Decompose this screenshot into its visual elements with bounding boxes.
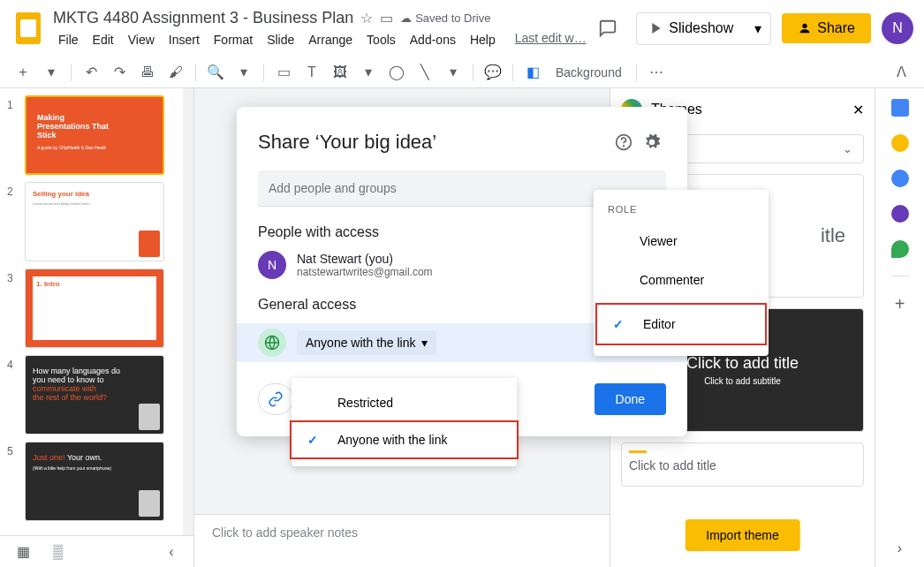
dialog-title: Share ‘Your big idea’	[258, 131, 610, 154]
svg-marker-0	[653, 23, 661, 34]
globe-icon	[258, 329, 286, 357]
slide-number: 1	[7, 95, 25, 175]
saved-to-drive[interactable]: ☁ Saved to Drive	[400, 11, 490, 25]
background-button[interactable]: Background	[549, 60, 629, 85]
hide-rail-icon[interactable]: ›	[897, 541, 902, 556]
slide-number: 3	[7, 268, 25, 348]
menu-insert[interactable]: Insert	[163, 31, 205, 49]
slide-filmstrip: 1 Making Presentations That Stick A guid…	[0, 88, 194, 567]
role-option-viewer[interactable]: Viewer	[594, 222, 769, 261]
role-menu: ROLE Viewer Commenter Editor	[594, 190, 769, 356]
maps-icon[interactable]	[891, 240, 909, 258]
undo-button[interactable]: ↶	[79, 60, 103, 85]
line-dropdown[interactable]: ▾	[441, 60, 466, 85]
person-avatar: N	[258, 251, 286, 279]
menu-format[interactable]: Format	[208, 31, 258, 49]
transition-tool[interactable]: ◧	[520, 60, 545, 85]
tasks-icon[interactable]	[891, 170, 909, 187]
contacts-icon[interactable]	[891, 205, 909, 223]
chevron-down-icon: ⌄	[843, 142, 852, 155]
select-tool[interactable]: ▭	[271, 60, 296, 85]
shape-tool[interactable]: ◯	[384, 60, 409, 85]
menu-file[interactable]: File	[53, 31, 84, 49]
last-edit-link[interactable]: Last edit w…	[515, 31, 587, 49]
speaker-notes[interactable]: Click to add speaker notes	[194, 514, 610, 567]
keep-icon[interactable]	[891, 134, 909, 152]
slideshow-dropdown[interactable]: ▾	[746, 12, 771, 45]
slideshow-button[interactable]: Slideshow	[636, 12, 746, 45]
menu-bar: File Edit View Insert Format Slide Arran…	[53, 31, 590, 49]
filmstrip-view-icon[interactable]: ▦	[11, 540, 35, 564]
slide-thumbnail-5[interactable]: Just one! Your own. (With a little help …	[25, 442, 164, 521]
image-tool[interactable]: 🖼	[328, 60, 352, 85]
slide-thumbnail-3[interactable]: 1. Intro	[25, 268, 164, 348]
line-tool[interactable]: ╲	[413, 60, 437, 85]
person-email: natstewartwrites@gmail.com	[297, 266, 433, 278]
redo-button[interactable]: ↷	[107, 60, 132, 85]
menu-edit[interactable]: Edit	[87, 31, 119, 49]
slide-thumbnail-4[interactable]: How many languages do you need to know t…	[25, 355, 164, 435]
access-scope-menu: Restricted Anyone with the link	[292, 378, 517, 466]
theme-card-3[interactable]: Click to add title	[621, 442, 864, 487]
paint-format-button[interactable]: 🖌	[163, 60, 188, 85]
document-title[interactable]: MKTG 4480 Assignment 3 - Business Plan	[53, 9, 353, 27]
copy-link-button[interactable]	[258, 383, 293, 415]
menu-tools[interactable]: Tools	[361, 31, 401, 49]
done-button[interactable]: Done	[595, 383, 666, 415]
star-icon[interactable]: ☆	[360, 10, 373, 26]
slide-number: 2	[7, 182, 25, 261]
grid-view-icon[interactable]: ▒	[46, 540, 71, 564]
app-header: MKTG 4480 Assignment 3 - Business Plan ☆…	[0, 0, 924, 57]
toolbar: + ▾ ↶ ↷ 🖶 🖌 🔍 ▾ ▭ T 🖼 ▾ ◯ ╲ ▾ 💬 ◧ Backgr…	[0, 57, 924, 88]
move-folder-icon[interactable]: ▭	[380, 10, 393, 26]
access-option-restricted[interactable]: Restricted	[292, 385, 517, 420]
add-addon-icon[interactable]: +	[895, 294, 905, 314]
menu-slide[interactable]: Slide	[261, 31, 299, 49]
collapse-panel-icon[interactable]: ‹	[159, 540, 184, 564]
import-theme-button[interactable]: Import theme	[685, 519, 799, 551]
person-name: Nat Stewart (you)	[297, 252, 433, 266]
image-dropdown[interactable]: ▾	[356, 60, 381, 85]
print-button[interactable]: 🖶	[135, 60, 160, 85]
slides-logo[interactable]	[11, 11, 46, 46]
slide-number: 4	[7, 355, 25, 435]
slide-number: 5	[7, 442, 25, 521]
share-button[interactable]: Share	[782, 13, 871, 43]
role-option-commenter[interactable]: Commenter	[594, 261, 769, 299]
role-option-editor[interactable]: Editor	[595, 303, 767, 345]
svg-point-3	[624, 146, 625, 147]
slide-thumbnail-1[interactable]: Making Presentations That Stick A guide …	[25, 95, 164, 175]
side-rail: + ›	[875, 88, 924, 567]
comments-icon[interactable]	[590, 11, 625, 46]
settings-icon[interactable]	[638, 128, 666, 156]
zoom-button[interactable]: 🔍	[203, 60, 228, 85]
menu-arrange[interactable]: Arrange	[303, 31, 358, 49]
scrollbar[interactable]	[183, 88, 193, 567]
menu-view[interactable]: View	[123, 31, 160, 49]
help-icon[interactable]	[610, 128, 638, 156]
caret-down-icon: ▾	[421, 336, 428, 350]
cloud-icon: ☁	[400, 11, 412, 25]
collapse-toolbar-icon[interactable]: ᐱ	[889, 60, 913, 85]
access-scope-dropdown[interactable]: Anyone with the link ▾	[297, 330, 436, 355]
new-slide-button[interactable]: +	[11, 60, 35, 85]
close-icon[interactable]: ✕	[852, 102, 864, 118]
new-slide-dropdown[interactable]: ▾	[39, 60, 64, 85]
access-option-anyone[interactable]: Anyone with the link	[290, 420, 519, 459]
role-menu-label: ROLE	[594, 197, 769, 222]
zoom-dropdown[interactable]: ▾	[231, 60, 256, 85]
svg-point-1	[803, 24, 807, 28]
slide-thumbnail-2[interactable]: Selling your idea Lorem ipsum text body …	[25, 182, 164, 261]
textbox-tool[interactable]: T	[299, 60, 324, 85]
menu-addons[interactable]: Add-ons	[405, 31, 461, 49]
calendar-icon[interactable]	[891, 99, 909, 117]
more-button[interactable]: ⋯	[644, 60, 669, 85]
menu-help[interactable]: Help	[465, 31, 501, 49]
account-avatar[interactable]: N	[882, 12, 913, 44]
comment-tool[interactable]: 💬	[481, 60, 505, 85]
